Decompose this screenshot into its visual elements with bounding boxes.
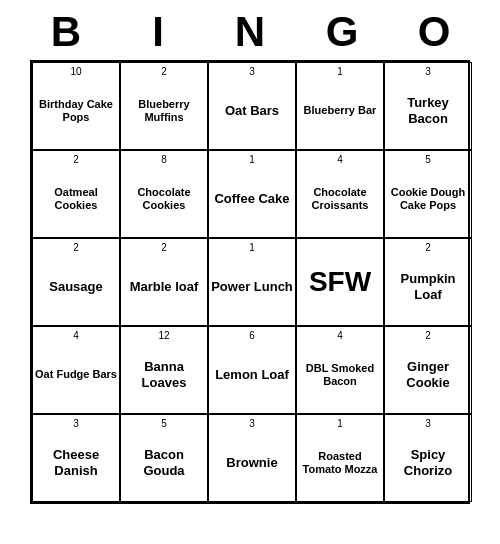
cell-num-24: 3 [425,418,431,429]
bingo-cell-11: 2Marble loaf [120,238,208,326]
cell-text-22: Brownie [226,455,277,471]
bingo-cell-8: 4Chocolate Croissants [296,150,384,238]
cell-text-9: Cookie Dough Cake Pops [387,186,469,212]
cell-num-8: 4 [337,154,343,165]
cell-num-1: 2 [161,66,167,77]
bingo-header: B I N G O [20,0,480,60]
bingo-cell-6: 8Chocolate Cookies [120,150,208,238]
cell-text-24: Spicy Chorizo [387,447,469,478]
cell-text-20: Cheese Danish [35,447,117,478]
cell-text-10: Sausage [49,279,102,295]
bingo-cell-22: 3Brownie [208,414,296,502]
cell-num-5: 2 [73,154,79,165]
bingo-cell-9: 5Cookie Dough Cake Pops [384,150,472,238]
cell-text-16: Banna Loaves [123,359,205,390]
cell-text-14: Pumpkin Loaf [387,271,469,302]
cell-num-19: 2 [425,330,431,341]
cell-text-8: Chocolate Croissants [299,186,381,212]
cell-num-4: 3 [425,66,431,77]
cell-text-17: Lemon Loaf [215,367,289,383]
bingo-cell-7: 1Coffee Cake [208,150,296,238]
cell-num-6: 8 [161,154,167,165]
bingo-cell-23: 1Roasted Tomato Mozza [296,414,384,502]
letter-o: O [390,8,478,56]
bingo-cell-18: 4DBL Smoked Bacon [296,326,384,414]
cell-text-13: SFW [309,265,371,299]
letter-g: G [298,8,386,56]
cell-text-19: Ginger Cookie [387,359,469,390]
cell-text-0: Birthday Cake Pops [35,98,117,124]
cell-num-16: 12 [158,330,169,341]
bingo-cell-13: SFW [296,238,384,326]
cell-num-9: 5 [425,154,431,165]
cell-num-12: 1 [249,242,255,253]
cell-text-21: Bacon Gouda [123,447,205,478]
letter-i: I [114,8,202,56]
cell-text-2: Oat Bars [225,103,279,119]
letter-b: B [22,8,110,56]
bingo-grid: 10Birthday Cake Pops2Blueberry Muffins3O… [30,60,470,504]
bingo-cell-24: 3Spicy Chorizo [384,414,472,502]
cell-num-17: 6 [249,330,255,341]
cell-text-18: DBL Smoked Bacon [299,362,381,388]
cell-text-1: Blueberry Muffins [123,98,205,124]
cell-num-20: 3 [73,418,79,429]
cell-text-12: Power Lunch [211,279,293,295]
cell-num-15: 4 [73,330,79,341]
bingo-cell-10: 2Sausage [32,238,120,326]
bingo-cell-12: 1Power Lunch [208,238,296,326]
cell-num-21: 5 [161,418,167,429]
cell-num-10: 2 [73,242,79,253]
bingo-cell-2: 3Oat Bars [208,62,296,150]
cell-num-18: 4 [337,330,343,341]
cell-num-22: 3 [249,418,255,429]
bingo-cell-16: 12Banna Loaves [120,326,208,414]
bingo-cell-1: 2Blueberry Muffins [120,62,208,150]
bingo-cell-4: 3Turkey Bacon [384,62,472,150]
cell-num-11: 2 [161,242,167,253]
bingo-cell-0: 10Birthday Cake Pops [32,62,120,150]
letter-n: N [206,8,294,56]
bingo-cell-21: 5Bacon Gouda [120,414,208,502]
cell-num-0: 10 [70,66,81,77]
cell-num-3: 1 [337,66,343,77]
cell-num-23: 1 [337,418,343,429]
bingo-cell-17: 6Lemon Loaf [208,326,296,414]
cell-text-6: Chocolate Cookies [123,186,205,212]
cell-text-7: Coffee Cake [214,191,289,207]
cell-text-5: Oatmeal Cookies [35,186,117,212]
cell-text-15: Oat Fudge Bars [35,368,117,381]
bingo-cell-5: 2Oatmeal Cookies [32,150,120,238]
bingo-cell-3: 1Blueberry Bar [296,62,384,150]
cell-text-3: Blueberry Bar [304,104,377,117]
cell-num-14: 2 [425,242,431,253]
cell-num-2: 3 [249,66,255,77]
bingo-cell-14: 2Pumpkin Loaf [384,238,472,326]
bingo-cell-15: 4Oat Fudge Bars [32,326,120,414]
bingo-cell-20: 3Cheese Danish [32,414,120,502]
cell-text-4: Turkey Bacon [387,95,469,126]
cell-text-23: Roasted Tomato Mozza [299,450,381,476]
cell-num-7: 1 [249,154,255,165]
bingo-cell-19: 2Ginger Cookie [384,326,472,414]
cell-text-11: Marble loaf [130,279,199,295]
